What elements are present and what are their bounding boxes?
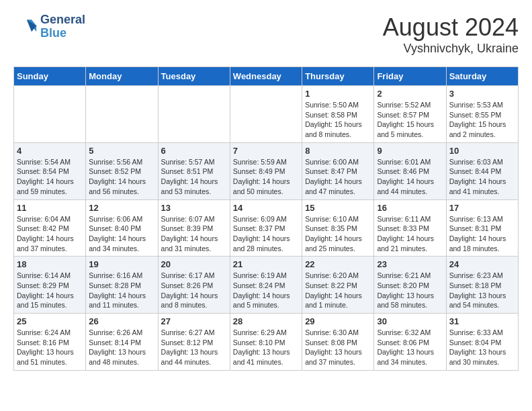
calendar-cell: 15Sunrise: 6:10 AM Sunset: 8:35 PM Dayli… [302, 199, 374, 257]
day-info: Sunrise: 6:20 AM Sunset: 8:22 PM Dayligh… [305, 271, 371, 310]
day-info: Sunrise: 6:14 AM Sunset: 8:29 PM Dayligh… [17, 271, 83, 310]
calendar-cell: 16Sunrise: 6:11 AM Sunset: 8:33 PM Dayli… [374, 199, 446, 257]
calendar-cell: 9Sunrise: 6:01 AM Sunset: 8:46 PM Daylig… [374, 142, 446, 199]
day-number: 24 [449, 259, 515, 269]
day-number: 28 [233, 316, 299, 326]
day-number: 31 [449, 316, 515, 326]
calendar-cell: 31Sunrise: 6:33 AM Sunset: 8:04 PM Dayli… [446, 314, 518, 371]
calendar-cell [230, 86, 302, 143]
calendar-cell: 29Sunrise: 6:30 AM Sunset: 8:08 PM Dayli… [302, 314, 374, 371]
calendar-cell: 22Sunrise: 6:20 AM Sunset: 8:22 PM Dayli… [302, 257, 374, 314]
title-area: August 2024 Vyshnivchyk, Ukraine [383, 13, 519, 56]
calendar-cell: 2Sunrise: 5:52 AM Sunset: 8:57 PM Daylig… [374, 86, 446, 143]
day-number: 1 [305, 89, 371, 99]
calendar-week-row: 18Sunrise: 6:14 AM Sunset: 8:29 PM Dayli… [14, 257, 519, 314]
calendar-cell: 27Sunrise: 6:27 AM Sunset: 8:12 PM Dayli… [158, 314, 230, 371]
month-title: August 2024 [383, 13, 519, 42]
location-title: Vyshnivchyk, Ukraine [383, 42, 519, 56]
calendar-cell: 5Sunrise: 5:56 AM Sunset: 8:52 PM Daylig… [86, 142, 158, 199]
day-info: Sunrise: 6:03 AM Sunset: 8:44 PM Dayligh… [449, 157, 515, 197]
page-header: General Blue August 2024 Vyshnivchyk, Uk… [13, 13, 519, 56]
calendar-cell [158, 86, 230, 143]
day-number: 3 [449, 89, 515, 99]
day-info: Sunrise: 6:16 AM Sunset: 8:28 PM Dayligh… [89, 271, 154, 310]
calendar-cell: 3Sunrise: 5:53 AM Sunset: 8:55 PM Daylig… [446, 86, 518, 143]
logo-top: General [40, 13, 85, 27]
calendar-cell: 10Sunrise: 6:03 AM Sunset: 8:44 PM Dayli… [446, 142, 518, 199]
calendar-week-row: 11Sunrise: 6:04 AM Sunset: 8:42 PM Dayli… [14, 199, 519, 257]
calendar-cell: 30Sunrise: 6:32 AM Sunset: 8:06 PM Dayli… [374, 314, 446, 371]
calendar-cell [14, 86, 86, 143]
day-number: 20 [161, 259, 227, 269]
calendar-cell: 24Sunrise: 6:23 AM Sunset: 8:18 PM Dayli… [446, 257, 518, 314]
day-info: Sunrise: 6:26 AM Sunset: 8:14 PM Dayligh… [89, 328, 154, 367]
day-header-saturday: Saturday [446, 67, 518, 86]
day-info: Sunrise: 6:11 AM Sunset: 8:33 PM Dayligh… [377, 214, 443, 254]
day-info: Sunrise: 6:32 AM Sunset: 8:06 PM Dayligh… [377, 328, 443, 367]
day-info: Sunrise: 6:27 AM Sunset: 8:12 PM Dayligh… [161, 328, 227, 367]
day-info: Sunrise: 6:10 AM Sunset: 8:35 PM Dayligh… [305, 214, 371, 254]
day-info: Sunrise: 6:01 AM Sunset: 8:46 PM Dayligh… [377, 157, 443, 197]
day-number: 14 [233, 203, 299, 213]
day-number: 13 [161, 203, 227, 213]
day-number: 16 [377, 203, 443, 213]
day-number: 21 [233, 259, 299, 269]
day-number: 5 [89, 146, 154, 156]
calendar-week-row: 1Sunrise: 5:50 AM Sunset: 8:58 PM Daylig… [14, 86, 519, 143]
day-number: 12 [89, 203, 154, 213]
calendar-cell: 14Sunrise: 6:09 AM Sunset: 8:37 PM Dayli… [230, 199, 302, 257]
calendar-week-row: 25Sunrise: 6:24 AM Sunset: 8:16 PM Dayli… [14, 314, 519, 371]
day-number: 29 [305, 316, 371, 326]
day-info: Sunrise: 6:09 AM Sunset: 8:37 PM Dayligh… [233, 214, 299, 254]
day-number: 2 [377, 89, 443, 99]
day-header-wednesday: Wednesday [230, 67, 302, 86]
day-info: Sunrise: 5:59 AM Sunset: 8:49 PM Dayligh… [233, 157, 299, 197]
day-info: Sunrise: 6:24 AM Sunset: 8:16 PM Dayligh… [17, 328, 83, 367]
calendar-cell: 28Sunrise: 6:29 AM Sunset: 8:10 PM Dayli… [230, 314, 302, 371]
day-header-friday: Friday [374, 67, 446, 86]
day-header-monday: Monday [86, 67, 158, 86]
day-number: 7 [233, 146, 299, 156]
day-header-tuesday: Tuesday [158, 67, 230, 86]
calendar-cell: 21Sunrise: 6:19 AM Sunset: 8:24 PM Dayli… [230, 257, 302, 314]
day-number: 11 [17, 203, 83, 213]
day-info: Sunrise: 6:17 AM Sunset: 8:26 PM Dayligh… [161, 271, 227, 310]
day-number: 23 [377, 259, 443, 269]
day-number: 22 [305, 259, 371, 269]
day-info: Sunrise: 6:13 AM Sunset: 8:31 PM Dayligh… [449, 214, 515, 254]
day-info: Sunrise: 6:19 AM Sunset: 8:24 PM Dayligh… [233, 271, 299, 310]
day-info: Sunrise: 6:07 AM Sunset: 8:39 PM Dayligh… [161, 214, 227, 254]
day-number: 4 [17, 146, 83, 156]
day-info: Sunrise: 6:33 AM Sunset: 8:04 PM Dayligh… [449, 328, 515, 367]
calendar-cell: 8Sunrise: 6:00 AM Sunset: 8:47 PM Daylig… [302, 142, 374, 199]
day-number: 15 [305, 203, 371, 213]
day-info: Sunrise: 5:54 AM Sunset: 8:54 PM Dayligh… [17, 157, 83, 197]
day-number: 25 [17, 316, 83, 326]
day-info: Sunrise: 6:04 AM Sunset: 8:42 PM Dayligh… [17, 214, 83, 254]
calendar-cell: 1Sunrise: 5:50 AM Sunset: 8:58 PM Daylig… [302, 86, 374, 143]
day-info: Sunrise: 5:56 AM Sunset: 8:52 PM Dayligh… [89, 157, 154, 197]
day-info: Sunrise: 5:57 AM Sunset: 8:51 PM Dayligh… [161, 157, 227, 197]
calendar-cell: 4Sunrise: 5:54 AM Sunset: 8:54 PM Daylig… [14, 142, 86, 199]
logo-text: General Blue [40, 13, 85, 40]
calendar-cell: 23Sunrise: 6:21 AM Sunset: 8:20 PM Dayli… [374, 257, 446, 314]
calendar-cell: 25Sunrise: 6:24 AM Sunset: 8:16 PM Dayli… [14, 314, 86, 371]
calendar-week-row: 4Sunrise: 5:54 AM Sunset: 8:54 PM Daylig… [14, 142, 519, 199]
day-number: 19 [89, 259, 154, 269]
calendar-cell [86, 86, 158, 143]
calendar-cell: 11Sunrise: 6:04 AM Sunset: 8:42 PM Dayli… [14, 199, 86, 257]
calendar-cell: 7Sunrise: 5:59 AM Sunset: 8:49 PM Daylig… [230, 142, 302, 199]
day-number: 18 [17, 259, 83, 269]
logo-icon [13, 15, 38, 39]
day-info: Sunrise: 5:52 AM Sunset: 8:57 PM Dayligh… [377, 100, 443, 140]
day-info: Sunrise: 6:23 AM Sunset: 8:18 PM Dayligh… [449, 271, 515, 310]
day-info: Sunrise: 6:00 AM Sunset: 8:47 PM Dayligh… [305, 157, 371, 197]
day-number: 27 [161, 316, 227, 326]
calendar-cell: 6Sunrise: 5:57 AM Sunset: 8:51 PM Daylig… [158, 142, 230, 199]
calendar-cell: 26Sunrise: 6:26 AM Sunset: 8:14 PM Dayli… [86, 314, 158, 371]
calendar-table: SundayMondayTuesdayWednesdayThursdayFrid… [13, 66, 519, 371]
day-header-sunday: Sunday [14, 67, 86, 86]
calendar-cell: 12Sunrise: 6:06 AM Sunset: 8:40 PM Dayli… [86, 199, 158, 257]
day-number: 30 [377, 316, 443, 326]
logo-bottom: Blue [40, 27, 85, 40]
